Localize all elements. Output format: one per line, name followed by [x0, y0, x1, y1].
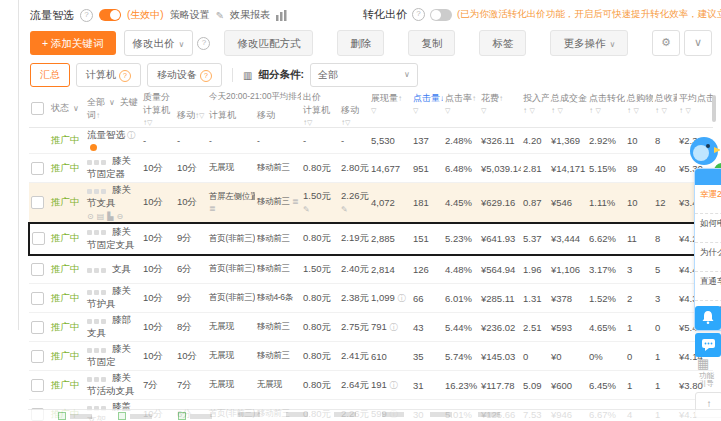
chip-mobile[interactable]: 移动设备?: [147, 63, 222, 87]
col-metric-3[interactable]: 花费↑▽: [479, 90, 521, 128]
cell-keyword[interactable]: 支具: [85, 255, 141, 284]
edit-pencil-icon[interactable]: ✎: [341, 205, 348, 214]
row-checkbox[interactable]: [31, 196, 44, 209]
sub-quality-computer[interactable]: 计算机↑▽: [141, 104, 175, 128]
strategy-settings-link[interactable]: 策略设置: [170, 8, 210, 22]
info-icon[interactable]: ⓘ: [127, 130, 136, 140]
select-all-checkbox[interactable]: [31, 102, 44, 115]
more-actions-button[interactable]: 更多操作∨: [550, 30, 628, 56]
col-metric-6[interactable]: 点击转化率↑ ▽: [587, 90, 625, 128]
help-item[interactable]: 如何申请图片功能: [695, 214, 721, 243]
help-item[interactable]: 为什么过日期…: [695, 243, 721, 272]
cell-rank-computer[interactable]: 首屏左侧位置 ≣: [207, 183, 255, 223]
info-icon[interactable]: ⓘ: [397, 294, 405, 303]
info-icon[interactable]: ⓘ: [390, 323, 398, 332]
cell-select[interactable]: [29, 342, 49, 371]
sub-rank-mobile: 移动: [255, 104, 301, 128]
cell-keyword[interactable]: 膝关节支具⊙▤▙⊖: [85, 183, 141, 223]
row-checkbox[interactable]: [31, 162, 44, 175]
sub-quality-mobile[interactable]: 移动↑▽: [175, 104, 207, 128]
col-metric-7[interactable]: 总购物车数↑ ▽: [625, 90, 653, 128]
scope-select[interactable]: 全部∨: [87, 97, 115, 107]
scrollbar-thumb[interactable]: [712, 95, 716, 122]
row-checkbox[interactable]: [31, 379, 44, 392]
settings-gear-button[interactable]: ⚙: [652, 30, 680, 56]
cell-bid-mobile[interactable]: 2.26元 ✎: [339, 183, 369, 223]
platform-status-icons: [87, 315, 108, 326]
cell-keyword[interactable]: 膝关节固定: [85, 342, 141, 371]
pencil-icon[interactable]: ✎: [216, 10, 224, 21]
cell-select[interactable]: [29, 183, 49, 223]
rank-list-icon[interactable]: ≣: [292, 197, 298, 206]
keyword-management-page: 流量智选 ? (生效中) 策略设置 ✎ 效果报表 转化出价 ? (已为你激活转化…: [0, 0, 721, 421]
conversion-bid-toggle[interactable]: [430, 9, 452, 21]
help-item[interactable]: 直通车推广: [695, 272, 721, 301]
chat-message-button[interactable]: [695, 333, 721, 357]
delete-button[interactable]: 删除: [337, 30, 384, 56]
cell-keyword[interactable]: 膝关节活动支具: [85, 371, 141, 400]
modify-bid-select[interactable]: 修改出价∨: [124, 30, 194, 56]
row-checkbox[interactable]: [31, 350, 44, 363]
col-metric-9[interactable]: 平均点击花费↑ ▽: [677, 90, 713, 128]
cell-cvr: 1.52%: [587, 284, 625, 313]
cell-keyword[interactable]: 膝关节护具: [85, 284, 141, 313]
col-metric-4[interactable]: 投入产出比↑ ▽: [521, 90, 549, 128]
col-metric-5[interactable]: 总成交金额↑ ▽: [549, 90, 587, 128]
copy-button[interactable]: 复制: [408, 30, 455, 56]
notification-bell-button[interactable]: [695, 306, 721, 330]
cell-ctr: 6.01%: [443, 284, 479, 313]
add-keyword-button[interactable]: + 添加关键词: [30, 31, 116, 55]
help-item[interactable]: 幸運20…: [695, 185, 721, 214]
grid-icon[interactable]: ▦: [697, 356, 709, 371]
info-icon[interactable]: ⓘ: [390, 381, 398, 390]
info-circle-icon[interactable]: ?: [197, 37, 210, 50]
col-metric-1[interactable]: 点击量↓▽: [411, 90, 443, 128]
cell-select[interactable]: [29, 223, 49, 255]
cell-keyword[interactable]: 流量智选ⓘ: [85, 128, 141, 154]
cell-select[interactable]: [29, 284, 49, 313]
sub-bid-mobile[interactable]: 移动↑▽: [339, 104, 369, 128]
legend-item: [178, 412, 212, 420]
cell-select[interactable]: [29, 371, 49, 400]
cell-roi: 5.37: [521, 223, 549, 255]
cell-bid-mobile: 2.75元: [339, 313, 369, 342]
row-checkbox[interactable]: [31, 292, 44, 305]
smart-traffic-toggle[interactable]: [99, 9, 121, 21]
help-circle-icon[interactable]: ?: [412, 8, 425, 21]
row-checkbox[interactable]: [31, 321, 44, 334]
cell-keyword[interactable]: 膝部支具: [85, 313, 141, 342]
report-link[interactable]: 效果报表: [230, 8, 270, 22]
cell-carts: 3: [625, 255, 653, 284]
cell-bid-computer[interactable]: 1.50元 ✎: [301, 183, 339, 223]
col-metric-8[interactable]: 总收藏数↑ ▽: [653, 90, 677, 128]
col-status[interactable]: 状态∨: [49, 90, 85, 128]
rank-list-icon[interactable]: ≣: [209, 204, 215, 213]
cell-keyword[interactable]: 膝关节固定支具: [85, 223, 141, 255]
keyword-tool-icons[interactable]: ⊙▤▙⊖: [87, 212, 139, 221]
cell-select[interactable]: [29, 255, 49, 284]
cell-quality-computer: 7分: [141, 371, 175, 400]
tag-button[interactable]: 标签: [479, 30, 526, 56]
chip-computer[interactable]: 计算机?: [76, 63, 141, 87]
col-metric-2[interactable]: 点击率↑▽: [443, 90, 479, 128]
cell-rank-mobile[interactable]: 移动前三 ≣: [255, 183, 301, 223]
bar-chart-icon[interactable]: [276, 10, 287, 21]
edit-pencil-icon[interactable]: ✎: [303, 205, 310, 214]
row-checkbox[interactable]: [31, 263, 44, 276]
filter-condition-select[interactable]: 全部∨: [310, 63, 418, 87]
sub-bid-computer[interactable]: 计算机↑▽: [301, 104, 339, 128]
cell-quality-mobile: 7分: [175, 371, 207, 400]
chip-summary[interactable]: 汇总: [30, 63, 70, 87]
cell-quality-computer: 10分: [141, 154, 175, 183]
cell-quality-computer: 10分: [141, 313, 175, 342]
help-circle-icon[interactable]: ?: [80, 9, 93, 22]
modify-match-button[interactable]: 修改匹配方式: [224, 30, 313, 56]
col-keyword[interactable]: 全部∨关键词↑: [85, 90, 141, 128]
guide-label[interactable]: 功能引导: [699, 372, 721, 388]
cell-keyword[interactable]: 膝关节固定器: [85, 154, 141, 183]
collapse-chevron-button[interactable]: ∨: [684, 30, 712, 56]
row-checkbox[interactable]: [32, 232, 45, 245]
cell-select[interactable]: [29, 313, 49, 342]
cell-select[interactable]: [29, 154, 49, 183]
col-metric-0[interactable]: 展现量↑▽: [369, 90, 411, 128]
